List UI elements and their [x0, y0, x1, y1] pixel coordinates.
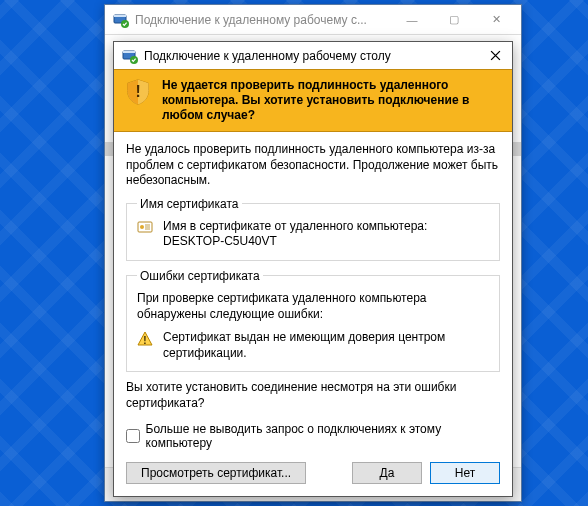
app-icon [122, 48, 138, 64]
confirm-text: Вы хотите установить соединение несмотря… [126, 380, 500, 411]
shield-warning-icon: ! [124, 78, 152, 106]
certificate-warning-dialog: Подключение к удаленному рабочему столу … [113, 41, 513, 497]
maximize-button[interactable]: ▢ [433, 6, 475, 34]
svg-rect-1 [114, 15, 126, 17]
minimize-button[interactable]: — [391, 6, 433, 34]
warning-triangle-icon: ! [137, 331, 153, 347]
titlebar: Подключение к удаленному рабочему с... —… [105, 5, 521, 35]
dont-ask-again-checkbox[interactable] [126, 429, 140, 443]
dialog-body: Не удалось проверить подлинность удаленн… [114, 132, 512, 496]
intro-text: Не удалось проверить подлинность удаленн… [126, 142, 500, 189]
no-button[interactable]: Нет [430, 462, 500, 484]
svg-text:!: ! [135, 83, 140, 100]
svg-rect-4 [123, 51, 135, 53]
certificate-name-group: Имя сертификата Имя в сертификате от уда… [126, 197, 500, 261]
certificate-icon [137, 220, 153, 236]
certificate-name-label: Имя в сертификате от удаленного компьюте… [163, 219, 427, 235]
yes-button[interactable]: Да [352, 462, 422, 484]
dialog-titlebar: Подключение к удаленному рабочему столу [114, 42, 512, 69]
dialog-buttons: Просмотреть сертификат... Да Нет [126, 462, 500, 484]
app-icon [113, 12, 129, 28]
view-certificate-button[interactable]: Просмотреть сертификат... [126, 462, 306, 484]
svg-text:!: ! [143, 335, 146, 346]
certificate-errors-intro: При проверке сертификата удаленного комп… [137, 291, 489, 322]
certificate-error-item: Сертификат выдан не имеющим доверия цент… [163, 330, 489, 361]
warning-banner: ! Не удается проверить подлинность удале… [114, 69, 512, 132]
window-controls: — ▢ ✕ [391, 6, 517, 34]
certificate-errors-legend: Ошибки сертификата [137, 269, 263, 283]
warning-heading: Не удается проверить подлинность удаленн… [162, 78, 502, 123]
window-title: Подключение к удаленному рабочему с... [135, 13, 391, 27]
svg-point-8 [140, 225, 144, 229]
dont-ask-again-label: Больше не выводить запрос о подключениях… [146, 422, 500, 450]
dont-ask-again-row[interactable]: Больше не выводить запрос о подключениях… [126, 422, 500, 450]
dialog-title: Подключение к удаленному рабочему столу [144, 49, 484, 63]
certificate-name-value: DESKTOP-C5U40VT [163, 234, 427, 250]
certificate-errors-group: Ошибки сертификата При проверке сертифик… [126, 269, 500, 372]
close-button[interactable]: ✕ [475, 6, 517, 34]
certificate-name-legend: Имя сертификата [137, 197, 242, 211]
dialog-close-button[interactable] [484, 45, 506, 67]
rdp-connection-window: Подключение к удаленному рабочему с... —… [104, 4, 522, 502]
